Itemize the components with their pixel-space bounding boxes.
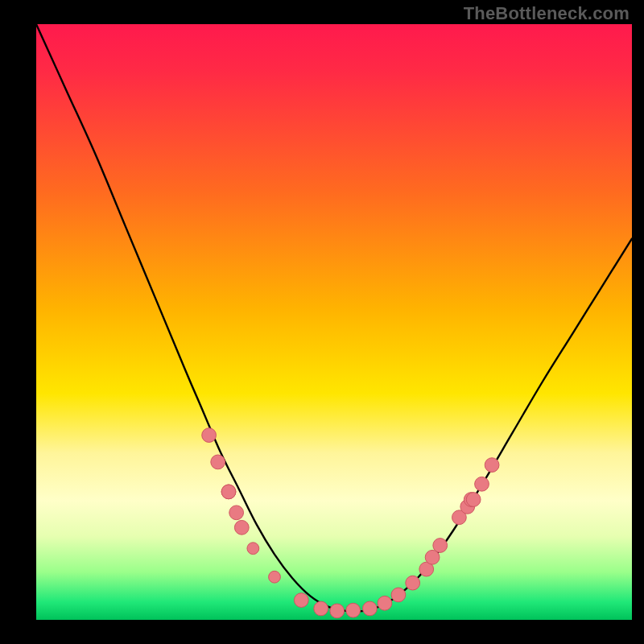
chart-canvas: TheBottleneck.com: [0, 0, 644, 644]
data-point: [485, 458, 499, 473]
data-point: [391, 588, 406, 602]
data-point: [234, 520, 249, 535]
data-point: [406, 576, 420, 590]
data-point: [330, 604, 345, 618]
data-point: [269, 571, 281, 583]
plot-area: [36, 24, 632, 620]
data-point: [294, 593, 308, 608]
data-point: [202, 428, 217, 443]
data-point: [211, 455, 225, 469]
data-point: [475, 477, 489, 491]
data-point: [466, 493, 481, 507]
data-point: [247, 543, 259, 555]
chart-overlay: [36, 24, 632, 620]
data-point: [433, 539, 448, 553]
data-point: [363, 601, 378, 616]
data-point: [314, 601, 328, 616]
data-point: [346, 603, 361, 617]
data-point: [229, 506, 244, 520]
data-point: [221, 485, 236, 499]
data-point: [378, 596, 392, 610]
watermark-text: TheBottleneck.com: [464, 3, 630, 24]
bottleneck-curve: [36, 24, 632, 612]
